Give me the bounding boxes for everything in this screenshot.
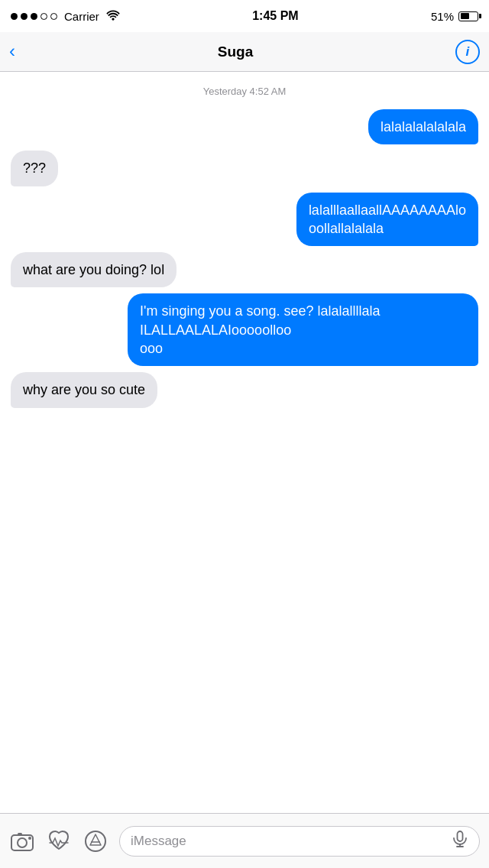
nav-title: Suga xyxy=(218,44,253,60)
message-timestamp: Yesterday 4:52 AM xyxy=(11,86,478,97)
message-bubble-sent: I'm singing you a song. see? lalalalllla… xyxy=(128,293,478,366)
message-input-placeholder: iMessage xyxy=(131,834,452,849)
status-left: Carrier xyxy=(11,10,120,23)
message-row: lalalalalalalala xyxy=(11,109,478,144)
back-button[interactable]: ‹ xyxy=(9,43,15,60)
nav-bar: ‹ Suga i xyxy=(0,32,489,72)
svg-point-1 xyxy=(18,838,27,847)
signal-dot-4 xyxy=(40,13,47,20)
svg-rect-2 xyxy=(18,833,22,836)
appstore-button[interactable] xyxy=(83,828,108,854)
signal-dot-2 xyxy=(21,13,28,20)
signal-dot-5 xyxy=(50,13,57,20)
battery-percent: 51% xyxy=(431,10,454,23)
message-bubble-sent: lalalllaallaallAAAAAAAAlooollallalalala xyxy=(296,193,478,247)
message-row: ??? xyxy=(11,151,478,186)
wifi-icon xyxy=(106,10,120,23)
microphone-icon[interactable] xyxy=(452,831,468,851)
battery-fill xyxy=(461,13,470,19)
chevron-left-icon: ‹ xyxy=(9,42,15,60)
signal-dot-3 xyxy=(31,13,37,20)
svg-rect-6 xyxy=(458,831,463,841)
signal-dot-1 xyxy=(11,13,18,20)
heartbeat-button[interactable] xyxy=(46,828,72,854)
message-bubble-received: what are you doing? lol xyxy=(11,252,176,287)
battery-icon xyxy=(458,11,478,21)
camera-button[interactable] xyxy=(9,828,35,854)
message-bubble-sent: lalalalalalalala xyxy=(368,109,478,144)
message-row: why are you so cute xyxy=(11,372,478,407)
message-input[interactable]: iMessage xyxy=(119,826,480,857)
status-time: 1:45 PM xyxy=(252,9,298,23)
message-row: lalalllaallaallAAAAAAAAlooollallalalala xyxy=(11,193,478,247)
input-bar: iMessage xyxy=(0,813,489,868)
signal-dots xyxy=(11,13,57,20)
svg-point-3 xyxy=(28,837,31,840)
info-icon: i xyxy=(466,44,470,60)
carrier-label: Carrier xyxy=(64,10,99,23)
message-row: what are you doing? lol xyxy=(11,252,478,287)
status-right: 51% xyxy=(431,10,478,23)
status-bar: Carrier 1:45 PM 51% xyxy=(0,0,489,32)
message-row: I'm singing you a song. see? lalalalllla… xyxy=(11,293,478,366)
messages-area: Yesterday 4:52 AM lalalalalalalala ??? l… xyxy=(0,72,489,813)
info-button[interactable]: i xyxy=(455,40,480,64)
message-bubble-received: why are you so cute xyxy=(11,372,157,407)
message-bubble-received: ??? xyxy=(11,151,58,186)
